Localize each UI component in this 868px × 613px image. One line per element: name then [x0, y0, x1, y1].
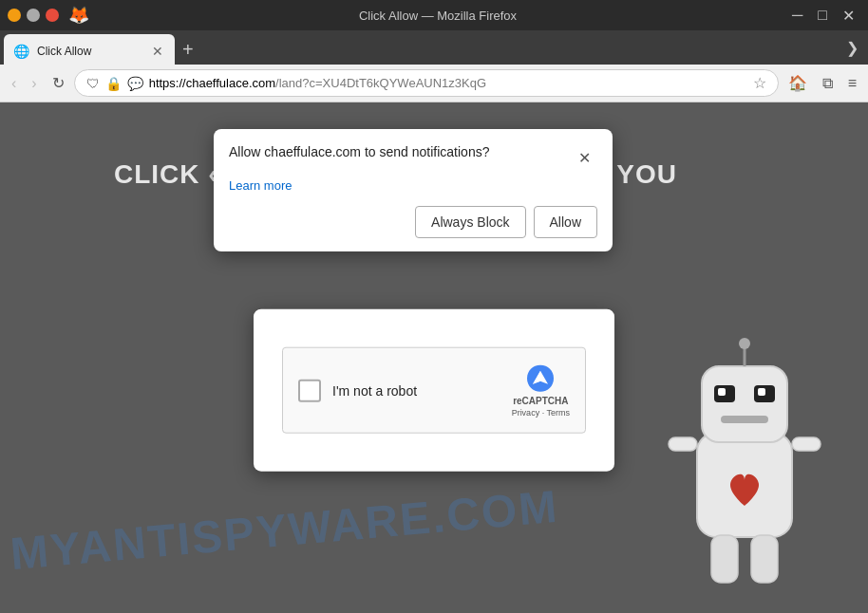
- captcha-label: I'm not a robot: [332, 382, 500, 398]
- captcha-box: I'm not a robot reCAPTCHA Privacy · Term…: [282, 347, 586, 434]
- url-bar[interactable]: 🛡 🔒 💬 https://chaeffulace.com/land?c=XU4…: [74, 69, 779, 97]
- firefox-logo-icon: 🦊: [68, 5, 89, 26]
- svg-point-3: [739, 338, 750, 349]
- tab-list-button[interactable]: ❯: [840, 39, 864, 57]
- robot-character: [650, 309, 840, 613]
- recaptcha-logo-area: reCAPTCHA Privacy · Terms: [512, 363, 570, 418]
- url-domain: https://chaeffulace.com: [149, 76, 275, 90]
- tab-bar: 🌐 Click Allow ✕ + ❯: [0, 30, 868, 65]
- svg-rect-12: [751, 535, 778, 583]
- always-block-button[interactable]: Always Block: [415, 206, 525, 238]
- recaptcha-brand: reCAPTCHA: [513, 396, 568, 406]
- menu-button[interactable]: ≡: [842, 71, 862, 96]
- svg-rect-10: [792, 437, 821, 451]
- bookmark-icon[interactable]: ☆: [753, 74, 766, 92]
- tab-favicon-icon: 🌐: [13, 44, 29, 59]
- url-text: https://chaeffulace.com/land?c=XU4DtT6kQ…: [149, 76, 747, 90]
- page-content: MYANTISPYWARE.COM CLICK «ALLOW» TO CONFI…: [0, 102, 868, 613]
- container-icon[interactable]: 🏠: [783, 70, 813, 96]
- svg-rect-1: [702, 366, 787, 442]
- notification-title: Allow chaeffulace.com to send notificati…: [229, 144, 571, 159]
- win-minimize-button[interactable]: ─: [786, 5, 808, 26]
- minimize-button[interactable]: [8, 9, 21, 22]
- maximize-button[interactable]: [27, 9, 40, 22]
- url-path: /land?c=XU4DtT6kQYWeAUN1z3KqG: [275, 76, 486, 90]
- lock-icon: 🔒: [105, 76, 122, 91]
- extensions-button[interactable]: ⧉: [817, 71, 839, 96]
- win-maximize-button[interactable]: □: [812, 5, 833, 26]
- reload-button[interactable]: ↻: [47, 70, 70, 96]
- notification-actions: Always Block Allow: [229, 206, 597, 238]
- tab-close-button[interactable]: ✕: [150, 42, 165, 61]
- title-bar: 🦊 Click Allow — Mozilla Firefox ─ □ ✕: [0, 0, 868, 30]
- title-bar-right-controls: ─ □ ✕: [786, 5, 860, 27]
- forward-button[interactable]: ›: [26, 71, 42, 96]
- window-controls: [8, 9, 59, 22]
- svg-rect-7: [758, 388, 765, 396]
- notification-popup: Allow chaeffulace.com to send notificati…: [214, 129, 613, 251]
- captcha-card: I'm not a robot reCAPTCHA Privacy · Term…: [254, 309, 614, 472]
- close-window-button[interactable]: [46, 9, 59, 22]
- captcha-checkbox[interactable]: [298, 379, 321, 401]
- recaptcha-privacy-link[interactable]: Privacy: [512, 408, 540, 418]
- win-close-button[interactable]: ✕: [837, 5, 860, 27]
- watermark-text: MYANTISPYWARE.COM: [9, 480, 561, 580]
- svg-rect-6: [718, 388, 726, 396]
- nav-bar: ‹ › ↻ 🛡 🔒 💬 https://chaeffulace.com/land…: [0, 65, 868, 102]
- allow-button[interactable]: Allow: [534, 206, 597, 238]
- recaptcha-links: Privacy · Terms: [512, 408, 570, 418]
- tab-label: Click Allow: [37, 45, 142, 58]
- svg-rect-9: [669, 437, 697, 451]
- window-title: Click Allow — Mozilla Firefox: [97, 9, 779, 23]
- recaptcha-icon: [525, 363, 556, 394]
- svg-rect-8: [721, 416, 768, 423]
- learn-more-link[interactable]: Learn more: [229, 178, 597, 193]
- svg-rect-11: [711, 535, 738, 583]
- shield-icon: 🛡: [86, 76, 100, 91]
- recaptcha-terms-link[interactable]: Terms: [547, 408, 571, 418]
- notification-header: Allow chaeffulace.com to send notificati…: [229, 144, 597, 171]
- back-button[interactable]: ‹: [6, 71, 22, 96]
- notification-close-button[interactable]: ✕: [571, 144, 597, 171]
- new-tab-button[interactable]: +: [175, 39, 201, 61]
- active-tab[interactable]: 🌐 Click Allow ✕: [4, 34, 175, 68]
- notification-permission-icon: 💬: [127, 76, 143, 91]
